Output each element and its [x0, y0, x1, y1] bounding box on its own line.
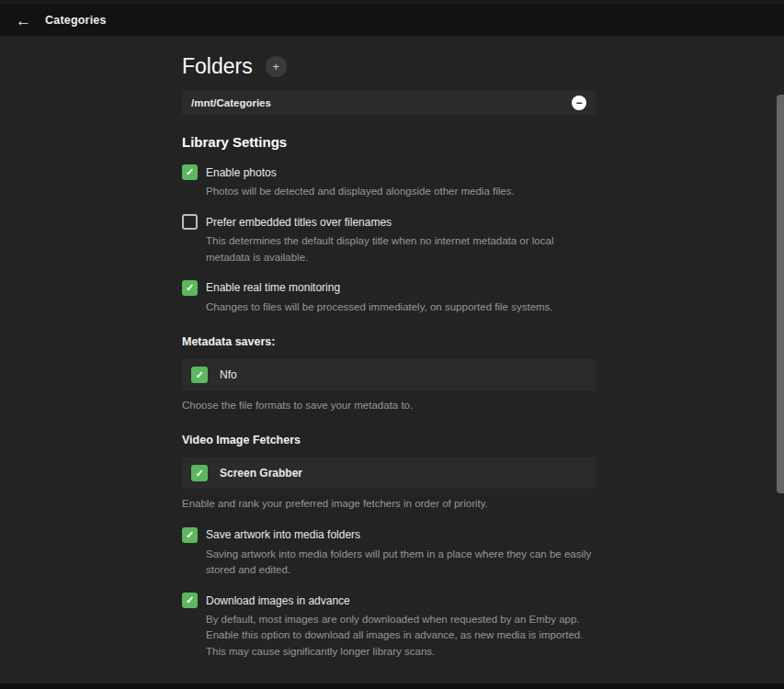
video-image-fetchers-help: Enable and rank your preferred image fet… [182, 496, 596, 512]
folder-path-row: /mnt/Categories − [182, 90, 596, 115]
video-image-fetchers-title: Video Image Fetchers [182, 434, 596, 446]
check-icon: ✓ [195, 369, 203, 381]
option-description: Changes to files will be processed immed… [206, 299, 596, 315]
prefer-embedded-titles-checkbox[interactable] [182, 214, 198, 230]
library-settings-title: Library Settings [182, 134, 596, 150]
check-icon: ✓ [186, 594, 194, 606]
option-download-images-in-advance: ✓ Download images in advance By default,… [182, 593, 596, 660]
scrollbar-thumb[interactable] [777, 95, 784, 493]
settings-content: Folders + /mnt/Categories − Library Sett… [182, 54, 596, 689]
page-title: Categories [45, 14, 107, 27]
option-prefer-embedded-titles-row[interactable]: Prefer embedded titles over filenames [182, 214, 596, 230]
option-description: This determines the default display titl… [206, 233, 596, 265]
folders-header: Folders + [182, 54, 596, 79]
option-real-time-monitoring: ✓ Enable real time monitoring Changes to… [182, 280, 596, 315]
metadata-saver-label: Nfo [220, 368, 237, 381]
metadata-savers-label: Metadata savers: [182, 335, 596, 348]
option-real-time-monitoring-row[interactable]: ✓ Enable real time monitoring [182, 280, 596, 296]
check-icon: ✓ [186, 166, 194, 178]
save-artwork-checkbox[interactable]: ✓ [182, 527, 198, 543]
fetcher-screen-grabber[interactable]: ✓ Screen Grabber [182, 457, 596, 489]
enable-photos-checkbox[interactable]: ✓ [182, 164, 198, 180]
option-description: By default, most images are only downloa… [206, 612, 596, 660]
screen-grabber-checkbox[interactable]: ✓ [191, 465, 208, 481]
plus-icon: + [272, 60, 279, 73]
metadata-savers-help: Choose the file formats to save your met… [182, 398, 596, 413]
option-label: Prefer embedded titles over filenames [206, 216, 392, 229]
option-save-artwork: ✓ Save artwork into media folders Saving… [182, 527, 596, 579]
option-label: Save artwork into media folders [206, 528, 360, 541]
option-prefer-embedded-titles: Prefer embedded titles over filenames Th… [182, 214, 596, 265]
scrollbar[interactable] [777, 0, 784, 689]
remove-folder-button[interactable]: − [572, 96, 586, 110]
back-arrow-icon[interactable]: ← [16, 13, 31, 28]
nfo-checkbox[interactable]: ✓ [191, 367, 208, 383]
download-images-checkbox[interactable]: ✓ [182, 593, 198, 608]
option-enable-photos-row[interactable]: ✓ Enable photos [182, 164, 596, 180]
check-icon: ✓ [186, 282, 194, 294]
folder-path: /mnt/Categories [191, 97, 572, 108]
bottom-edge-strip [0, 683, 784, 689]
option-description: Saving artwork into media folders will p… [206, 547, 596, 579]
option-enable-photos: ✓ Enable photos Photos will be detected … [182, 164, 596, 199]
minus-icon: − [575, 97, 582, 108]
check-icon: ✓ [195, 468, 203, 480]
option-label: Enable photos [206, 166, 277, 179]
option-label: Enable real time monitoring [206, 281, 340, 294]
fetcher-label: Screen Grabber [220, 467, 302, 480]
add-folder-button[interactable]: + [266, 56, 287, 77]
metadata-saver-nfo[interactable]: ✓ Nfo [182, 359, 596, 390]
app-bar: ← Categories [0, 5, 784, 36]
option-label: Download images in advance [206, 594, 350, 607]
check-icon: ✓ [186, 529, 194, 541]
option-download-images-in-advance-row[interactable]: ✓ Download images in advance [182, 593, 596, 608]
real-time-monitoring-checkbox[interactable]: ✓ [182, 280, 198, 296]
option-save-artwork-row[interactable]: ✓ Save artwork into media folders [182, 527, 596, 543]
option-description: Photos will be detected and displayed al… [206, 184, 596, 199]
folders-title: Folders [182, 54, 253, 79]
